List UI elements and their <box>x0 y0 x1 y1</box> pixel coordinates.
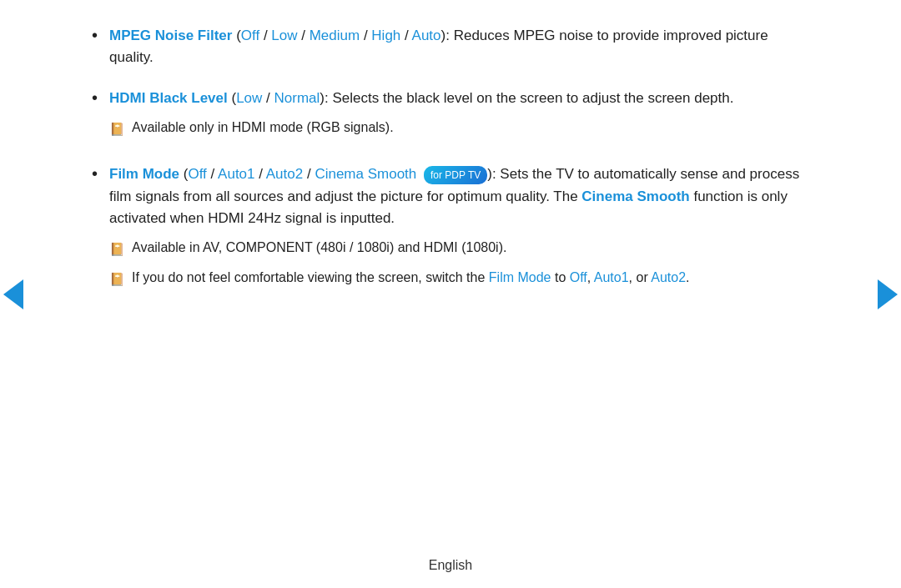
nav-arrow-left[interactable] <box>0 269 27 319</box>
film-mode-label: Film Mode <box>109 166 179 182</box>
mpeg-sep3: / <box>360 28 371 43</box>
film-sep3: / <box>303 166 315 182</box>
hdmi-black-level-label: HDMI Black Level <box>109 90 228 106</box>
bullet-dot: • <box>92 88 98 108</box>
note-block: 📔 Available only in HDMI mode (RGB signa… <box>109 118 809 138</box>
mpeg-sep4: / <box>400 28 411 43</box>
film-mode-content: Film Mode (Off / Auto1 / Auto2 / Cinema … <box>109 163 809 295</box>
bullet-dot: • <box>92 164 98 183</box>
note-text-1: Available in AV, COMPONENT (480i / 1080i… <box>132 238 506 259</box>
hdmi-black-level-content: HDMI Black Level (Low / Normal): Selects… <box>109 88 809 146</box>
film-off: Off <box>188 166 206 182</box>
note-off-link: Off <box>570 270 587 284</box>
hdmi-normal: Normal <box>274 90 320 106</box>
list-item: • Film Mode (Off / Auto1 / Auto2 / Cinem… <box>92 163 809 295</box>
mpeg-noise-filter-label: MPEG Noise Filter <box>109 28 232 43</box>
mpeg-off: Off <box>241 28 259 43</box>
note-text-2: If you do not feel comfortable viewing t… <box>132 268 690 289</box>
page-container: • MPEG Noise Filter (Off / Low / Medium … <box>0 0 901 588</box>
bullet-dot: • <box>92 26 98 45</box>
note-block-1: 📔 Available in AV, COMPONENT (480i / 108… <box>109 238 809 259</box>
hdmi-low: Low <box>236 90 262 106</box>
note-icon-2: 📔 <box>109 269 125 289</box>
note-film-mode-link: Film Mode <box>489 270 551 284</box>
content-area: • MPEG Noise Filter (Off / Low / Medium … <box>92 0 809 314</box>
list-item: • MPEG Noise Filter (Off / Low / Medium … <box>92 25 809 69</box>
feature-list: • MPEG Noise Filter (Off / Low / Medium … <box>92 25 809 295</box>
film-sep1: / <box>207 166 218 182</box>
note-icon: 📔 <box>109 119 125 138</box>
film-auto1: Auto1 <box>218 166 254 182</box>
footer-language: English <box>429 558 472 573</box>
note-block-2: 📔 If you do not feel comfortable viewing… <box>109 268 809 289</box>
note-icon-1: 📔 <box>109 239 125 259</box>
nav-arrow-right[interactable] <box>874 269 901 319</box>
mpeg-low: Low <box>271 28 297 43</box>
note-text: Available only in HDMI mode (RGB signals… <box>132 118 394 138</box>
right-arrow-icon <box>878 279 898 309</box>
mpeg-noise-filter-content: MPEG Noise Filter (Off / Low / Medium / … <box>109 25 809 69</box>
hdmi-notes: 📔 Available only in HDMI mode (RGB signa… <box>109 118 809 138</box>
note-auto2-link: Auto2 <box>651 270 686 284</box>
mpeg-sep2: / <box>298 28 310 43</box>
note-auto1-link: Auto1 <box>594 270 629 284</box>
mpeg-auto: Auto <box>412 28 441 43</box>
film-notes: 📔 Available in AV, COMPONENT (480i / 108… <box>109 238 809 289</box>
left-arrow-icon <box>3 279 23 309</box>
film-sep2: / <box>255 166 266 182</box>
mpeg-medium: Medium <box>310 28 360 43</box>
film-cinema-smooth-inline: Cinema Smooth <box>581 188 689 204</box>
film-auto2: Auto2 <box>266 166 303 182</box>
film-cinema-smooth: Cinema Smooth <box>315 166 416 182</box>
hdmi-description: : Selects the black level on the screen … <box>325 90 733 106</box>
mpeg-sep1: / <box>259 28 271 43</box>
list-item: • HDMI Black Level (Low / Normal): Selec… <box>92 88 809 146</box>
hdmi-sep1: / <box>262 90 274 106</box>
pdp-badge: for PDP TV <box>424 166 487 185</box>
mpeg-high: High <box>371 28 400 43</box>
